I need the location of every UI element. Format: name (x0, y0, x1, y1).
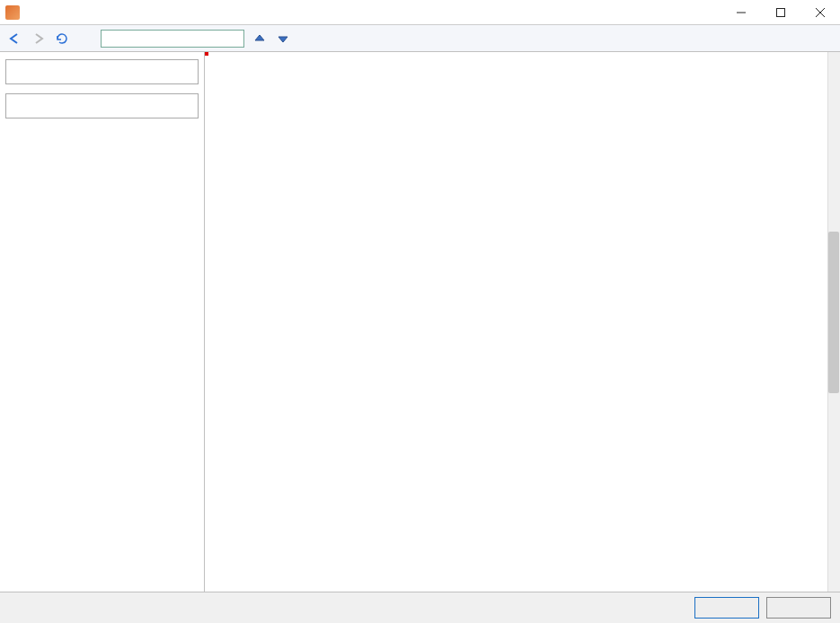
scrollbar-track[interactable] (827, 52, 840, 592)
footer (0, 592, 840, 623)
help-button[interactable] (766, 597, 831, 619)
app-icon (5, 5, 20, 20)
toolbar (0, 25, 840, 52)
find-prev-button[interactable] (252, 31, 268, 47)
find-next-button[interactable] (275, 31, 291, 47)
titlebar (0, 0, 840, 25)
contents-panel (5, 59, 199, 84)
find-input[interactable] (101, 30, 244, 48)
generated-code-panel (5, 93, 199, 118)
nav-forward-button[interactable] (31, 31, 47, 47)
maximize-button[interactable] (761, 0, 800, 25)
code-viewer (204, 52, 840, 592)
svg-rect-1 (777, 8, 785, 16)
ok-button[interactable] (694, 597, 759, 619)
close-button[interactable] (800, 0, 840, 25)
nav-back-button[interactable] (7, 31, 23, 47)
minimize-button[interactable] (721, 0, 761, 25)
refresh-button[interactable] (54, 31, 70, 47)
sidebar (0, 52, 204, 592)
scrollbar-thumb[interactable] (828, 232, 839, 393)
